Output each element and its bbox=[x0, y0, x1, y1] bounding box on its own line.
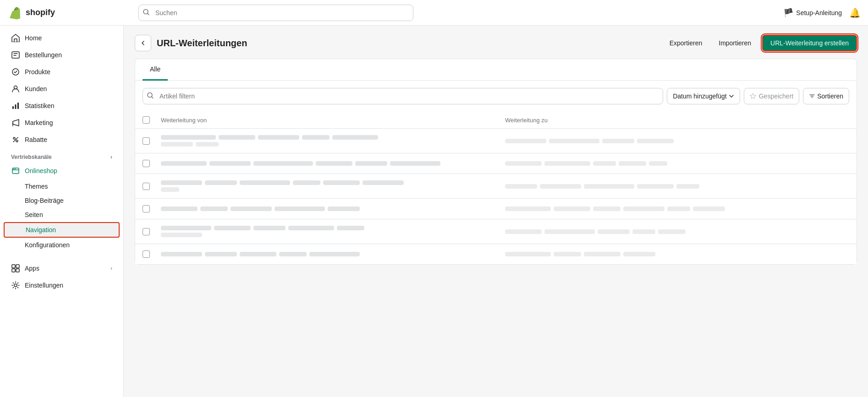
sidebar-einstellungen-label: Einstellungen bbox=[25, 282, 63, 289]
sidebar-item-einstellungen[interactable]: Einstellungen bbox=[4, 277, 120, 294]
svg-point-13 bbox=[15, 169, 16, 169]
sidebar-sub-seiten[interactable]: Seiten bbox=[4, 208, 120, 222]
sort-label: Sortieren bbox=[817, 92, 843, 100]
row-checkbox[interactable] bbox=[143, 160, 150, 167]
sidebar-item-onlineshop[interactable]: Onlineshop bbox=[4, 163, 120, 179]
sidebar-item-kunden[interactable]: Kunden bbox=[4, 81, 120, 97]
sort-button[interactable]: Sortieren bbox=[803, 88, 849, 104]
sidebar-item-home[interactable]: Home bbox=[4, 30, 120, 46]
sidebar-item-bestellungen[interactable]: Bestellungen bbox=[4, 47, 120, 63]
logo-area: shopify bbox=[7, 5, 131, 20]
flag-icon: 🏴 bbox=[783, 8, 793, 18]
page-header-right: Exportieren Importieren URL-Weiterleitun… bbox=[664, 35, 857, 51]
sidebar-item-rabatte[interactable]: Rabatte bbox=[4, 131, 120, 148]
table-row[interactable] bbox=[135, 199, 857, 219]
select-all-checkbox[interactable] bbox=[143, 116, 150, 124]
row-checkbox[interactable] bbox=[143, 183, 150, 190]
svg-line-20 bbox=[152, 97, 153, 98]
svg-point-10 bbox=[16, 140, 18, 142]
saved-filter-button[interactable]: Gespeichert bbox=[744, 88, 799, 104]
sidebar-item-statistiken[interactable]: Statistiken bbox=[4, 98, 120, 114]
table-header: Weiterleitung von Weiterleitung zu bbox=[135, 112, 857, 129]
sidebar-sub-blog-beitraege[interactable]: Blog-Beiträge bbox=[4, 194, 120, 207]
sidebar-item-kunden-label: Kunden bbox=[25, 85, 47, 92]
row-checkbox[interactable] bbox=[143, 205, 150, 212]
onlineshop-icon bbox=[11, 166, 20, 175]
table-row[interactable] bbox=[135, 219, 857, 244]
saved-label: Gespeichert bbox=[759, 92, 793, 100]
section-chevron-icon[interactable]: › bbox=[110, 154, 112, 160]
sort-icon bbox=[809, 93, 815, 99]
sidebar-item-onlineshop-label: Onlineshop bbox=[25, 167, 57, 174]
sidebar-item-statistiken-label: Statistiken bbox=[25, 102, 55, 109]
row-checkbox-cell bbox=[143, 137, 161, 145]
date-filter-dropdown[interactable]: Datum hinzugefügt bbox=[667, 88, 740, 104]
create-redirect-button[interactable]: URL-Weiterleitung erstellen bbox=[762, 35, 857, 51]
notification-bell-icon[interactable]: 🔔 bbox=[849, 7, 861, 18]
header-checkbox-cell bbox=[143, 116, 161, 124]
export-button[interactable]: Exportieren bbox=[664, 36, 708, 50]
table-row[interactable] bbox=[135, 174, 857, 199]
sidebar-sub-themes[interactable]: Themes bbox=[4, 179, 120, 193]
apps-chevron-icon: › bbox=[110, 265, 112, 272]
import-button[interactable]: Importieren bbox=[713, 36, 757, 50]
row-to-cell bbox=[505, 161, 849, 166]
header-search-icon bbox=[143, 9, 149, 16]
row-checkbox[interactable] bbox=[143, 228, 150, 235]
logo-text: shopify bbox=[26, 8, 55, 17]
dropdown-chevron-icon bbox=[729, 93, 734, 99]
discounts-icon bbox=[11, 135, 20, 144]
analytics-icon bbox=[11, 101, 20, 110]
svg-line-2 bbox=[148, 13, 149, 15]
sidebar-scroll: Home Bestellungen Produkte bbox=[0, 26, 123, 397]
svg-rect-17 bbox=[16, 269, 19, 272]
svg-rect-8 bbox=[17, 103, 19, 109]
table-row[interactable] bbox=[135, 153, 857, 174]
sidebar-item-marketing-label: Marketing bbox=[25, 119, 53, 126]
sidebar-item-apps[interactable]: Apps › bbox=[4, 260, 120, 277]
col-to-header: Weiterleitung zu bbox=[505, 117, 849, 124]
row-checkbox-cell bbox=[143, 205, 161, 212]
sidebar-sub-navigation[interactable]: Navigation bbox=[4, 222, 120, 238]
col-from-header: Weiterleitung von bbox=[161, 117, 505, 124]
row-checkbox-cell bbox=[143, 250, 161, 258]
sidebar-sub-konfigurationen[interactable]: Konfigurationen bbox=[4, 238, 120, 252]
row-checkbox-cell bbox=[143, 228, 161, 235]
filter-row: Datum hinzugefügt Gespeichert Sortieren bbox=[135, 81, 857, 112]
top-header: shopify 🏴 Setup-Anleitung 🔔 bbox=[0, 0, 868, 26]
table-row[interactable] bbox=[135, 129, 857, 153]
svg-point-12 bbox=[13, 169, 14, 169]
sidebar-item-produkte-label: Produkte bbox=[25, 68, 50, 76]
row-checkbox[interactable] bbox=[143, 137, 150, 145]
header-actions: 🏴 Setup-Anleitung 🔔 bbox=[783, 7, 861, 18]
row-to-cell bbox=[505, 207, 849, 211]
sidebar-item-produkte[interactable]: Produkte bbox=[4, 64, 120, 80]
row-checkbox[interactable] bbox=[143, 250, 150, 258]
back-button[interactable] bbox=[135, 35, 151, 51]
page-header: URL-Weiterleitungen Exportieren Importie… bbox=[124, 26, 868, 59]
article-filter-input[interactable] bbox=[143, 88, 663, 104]
sidebar-item-bestellungen-label: Bestellungen bbox=[25, 51, 62, 59]
setup-label: Setup-Anleitung bbox=[796, 9, 842, 16]
row-from-cell bbox=[161, 226, 505, 237]
table-row[interactable] bbox=[135, 244, 857, 264]
filter-search bbox=[143, 88, 663, 104]
tab-alle[interactable]: Alle bbox=[143, 59, 168, 81]
app-body: Home Bestellungen Produkte bbox=[0, 26, 868, 397]
sidebar-item-home-label: Home bbox=[25, 34, 42, 42]
row-from-cell bbox=[161, 180, 505, 192]
search-bar bbox=[138, 5, 413, 21]
header-search-input[interactable] bbox=[138, 5, 413, 21]
row-to-cell bbox=[505, 139, 849, 143]
setup-link[interactable]: 🏴 Setup-Anleitung bbox=[783, 8, 842, 18]
sidebar: Home Bestellungen Produkte bbox=[0, 26, 124, 397]
svg-rect-15 bbox=[16, 265, 19, 268]
sidebar-item-marketing[interactable]: Marketing bbox=[4, 114, 120, 131]
marketing-icon bbox=[11, 118, 20, 127]
table-body bbox=[135, 129, 857, 264]
svg-point-9 bbox=[13, 137, 15, 139]
svg-rect-16 bbox=[12, 269, 15, 272]
sidebar-bottom: Apps › Einstellungen bbox=[0, 256, 123, 299]
date-filter-label: Datum hinzugefügt bbox=[673, 92, 727, 100]
page-title: URL-Weiterleitungen bbox=[157, 38, 247, 49]
